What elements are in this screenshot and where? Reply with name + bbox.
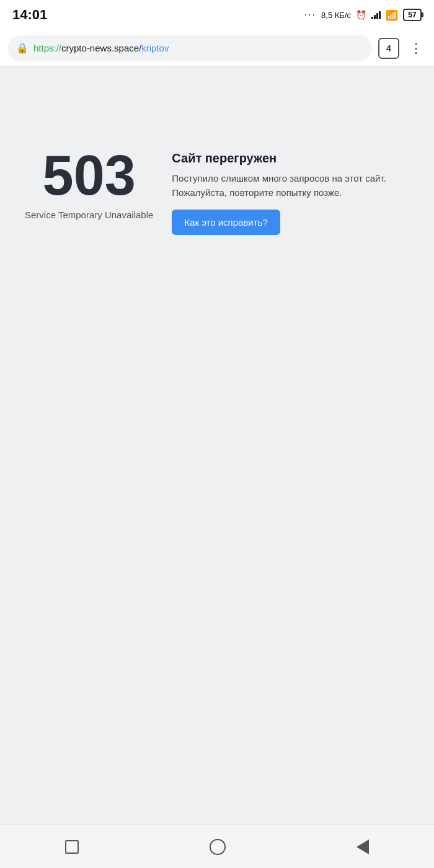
- address-bar: 🔒 https://crypto-news.space/kriptov 4 ⋮: [0, 30, 434, 67]
- battery-icon: 57: [403, 9, 422, 21]
- url-container[interactable]: 🔒 https://crypto-news.space/kriptov: [7, 35, 372, 61]
- wifi-icon: 📶: [386, 9, 398, 21]
- back-button[interactable]: [356, 839, 369, 854]
- tab-count[interactable]: 4: [378, 38, 399, 59]
- status-bar: 14:01 ··· 8,5 КБ/с ⏰ 📶 57: [0, 0, 434, 30]
- error-code: 503: [43, 148, 136, 203]
- menu-dots-icon[interactable]: ⋮: [405, 39, 427, 58]
- error-right: Сайт перегружен Поступило слишком много …: [172, 148, 409, 235]
- signal-icon: [371, 11, 381, 19]
- fix-button[interactable]: Как это исправить?: [172, 210, 280, 235]
- network-speed: 8,5 КБ/с: [321, 11, 351, 20]
- status-time: 14:01: [12, 7, 47, 23]
- error-title: Сайт перегружен: [172, 151, 409, 166]
- status-icons: ··· 8,5 КБ/с ⏰ 📶 57: [304, 9, 422, 21]
- error-description: Поступило слишком много запросов на этот…: [172, 172, 409, 200]
- page-content: 503 Service Temporary Unavailable Сайт п…: [0, 67, 434, 825]
- error-subtitle: Service Temporary Unavailable: [25, 208, 153, 221]
- stop-button[interactable]: [65, 840, 79, 854]
- network-dots-icon: ···: [304, 9, 316, 20]
- home-button[interactable]: [210, 839, 226, 855]
- url-https: https://: [33, 43, 61, 53]
- url-text: https://crypto-news.space/kriptov: [33, 43, 363, 53]
- url-path: kriptov: [141, 43, 169, 53]
- error-left: 503 Service Temporary Unavailable: [25, 148, 153, 221]
- bottom-nav: [0, 825, 434, 868]
- error-container: 503 Service Temporary Unavailable Сайт п…: [0, 129, 434, 254]
- url-domain: crypto-news.space/: [61, 43, 141, 53]
- lock-icon: 🔒: [16, 42, 29, 54]
- alarm-icon: ⏰: [356, 10, 366, 20]
